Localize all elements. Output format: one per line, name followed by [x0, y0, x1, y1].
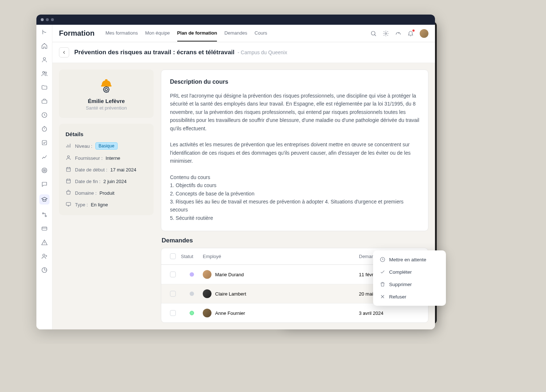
tab-requests[interactable]: Demandes: [224, 25, 247, 41]
trainer-card: Émilie Lefèvre Santé et prévention: [59, 70, 154, 118]
svg-point-18: [67, 156, 69, 158]
svg-rect-10: [42, 227, 47, 230]
level-label: Niveau :: [75, 143, 92, 149]
menu-refuse[interactable]: Refuser: [376, 290, 443, 303]
employee-avatar: [203, 309, 211, 317]
details-card: Détails Niveau : Basique Fournisseur : I…: [59, 124, 154, 215]
level-badge: Basique: [95, 142, 118, 150]
employee-avatar: [203, 270, 211, 279]
user-avatar[interactable]: [420, 29, 428, 38]
domain-icon: [66, 190, 72, 196]
status-indicator: [190, 272, 194, 277]
select-all-checkbox[interactable]: [170, 253, 176, 259]
type-value: En ligne: [91, 202, 108, 207]
start-date-label: Date de début :: [75, 167, 107, 173]
status-indicator: [190, 311, 194, 315]
target-icon[interactable]: [41, 167, 48, 174]
chart-icon[interactable]: [41, 153, 48, 160]
x-icon: [380, 294, 385, 300]
svg-point-0: [43, 58, 46, 60]
start-date-value: 17 mai 2024: [110, 167, 136, 173]
pie-icon[interactable]: [41, 266, 48, 274]
folder-icon[interactable]: [41, 84, 48, 91]
menu-complete[interactable]: Compléter: [376, 266, 443, 278]
description-body: PRL est l'acronyme qui désigne la préven…: [170, 92, 419, 222]
table-row[interactable]: Anne Fournier 3 avril 2024: [161, 303, 428, 322]
page-header: Prévention des risques au travail : écra…: [52, 42, 435, 63]
row-checkbox[interactable]: [170, 272, 176, 277]
user-plus-icon[interactable]: [41, 253, 48, 260]
trash-icon: [380, 281, 385, 287]
icon-rail: [36, 25, 52, 329]
status-indicator: [190, 292, 194, 296]
flow-icon[interactable]: [41, 211, 48, 218]
provider-icon: [66, 155, 72, 161]
bell-icon[interactable]: [407, 30, 414, 37]
menu-delete[interactable]: Supprimer: [376, 278, 443, 290]
svg-rect-20: [67, 179, 71, 183]
window-titlebar: [36, 15, 435, 25]
page-subtitle: - Campus du Queenix: [238, 50, 287, 55]
home-icon[interactable]: [41, 42, 48, 50]
details-title: Détails: [66, 131, 147, 137]
type-icon: [66, 201, 72, 208]
tab-courses[interactable]: Cours: [254, 25, 267, 41]
svg-point-7: [42, 168, 47, 173]
svg-point-13: [371, 31, 375, 35]
requested-date: 3 avril 2024: [359, 310, 424, 316]
user-icon[interactable]: [41, 56, 48, 63]
timer-icon[interactable]: [41, 125, 48, 132]
svg-point-1: [43, 71, 44, 73]
gear-icon[interactable]: [383, 30, 389, 37]
requests-title: Demandes: [161, 237, 428, 244]
row-checkbox[interactable]: [170, 291, 176, 297]
trainer-role: Santé et prévention: [66, 105, 147, 111]
svg-point-9: [44, 170, 44, 171]
gauge-icon[interactable]: [395, 30, 401, 37]
end-date-label: Date de fin :: [75, 179, 100, 184]
users-icon[interactable]: [41, 70, 48, 77]
svg-rect-19: [67, 167, 71, 171]
col-status: Statut: [181, 254, 203, 259]
end-date-icon: [66, 178, 72, 185]
back-button[interactable]: [59, 47, 69, 58]
topbar: Formation Mes formations Mon équipe Plan…: [52, 25, 435, 42]
briefcase-icon[interactable]: [41, 98, 48, 105]
employee-name: Anne Fournier: [215, 310, 245, 316]
helmet-gear-icon: [97, 77, 115, 95]
employee-name: Claire Lambert: [215, 291, 246, 297]
graduation-icon[interactable]: [39, 194, 50, 205]
clock-icon[interactable]: [41, 111, 48, 119]
svg-rect-3: [42, 100, 47, 103]
check-square-icon[interactable]: [41, 139, 48, 146]
page-title: Prévention des risques au travail : écra…: [74, 49, 234, 56]
description-title: Description du cours: [170, 79, 419, 85]
svg-rect-6: [42, 140, 47, 145]
row-checkbox[interactable]: [170, 310, 176, 316]
search-icon[interactable]: [370, 30, 377, 37]
col-employee: Employé: [203, 254, 359, 259]
svg-rect-21: [66, 202, 71, 205]
credit-icon[interactable]: [41, 225, 48, 232]
brand: Formation: [59, 29, 95, 37]
svg-point-11: [43, 254, 45, 256]
end-date-value: 2 juin 2024: [103, 179, 127, 184]
provider-value: Interne: [106, 155, 120, 161]
domain-label: Domaine :: [75, 190, 96, 196]
type-label: Type :: [75, 202, 88, 207]
provider-label: Fournisseur :: [75, 155, 103, 161]
description-card: Description du cours PRL est l'acronyme …: [161, 70, 428, 231]
menu-hold[interactable]: Mettre en attente: [376, 253, 443, 266]
logo-icon[interactable]: [41, 28, 48, 36]
trainer-name: Émilie Lefèvre: [66, 98, 147, 104]
chat-icon[interactable]: [41, 181, 48, 188]
svg-point-14: [385, 32, 387, 34]
svg-rect-15: [105, 79, 108, 82]
nav-tabs: Mes formations Mon équipe Plan de format…: [106, 25, 267, 41]
check-icon: [380, 269, 385, 275]
alert-icon[interactable]: [41, 239, 48, 246]
tab-training-plan[interactable]: Plan de formation: [177, 25, 217, 41]
svg-point-2: [45, 72, 47, 74]
tab-my-trainings[interactable]: Mes formations: [106, 25, 138, 41]
tab-my-team[interactable]: Mon équipe: [145, 25, 170, 41]
